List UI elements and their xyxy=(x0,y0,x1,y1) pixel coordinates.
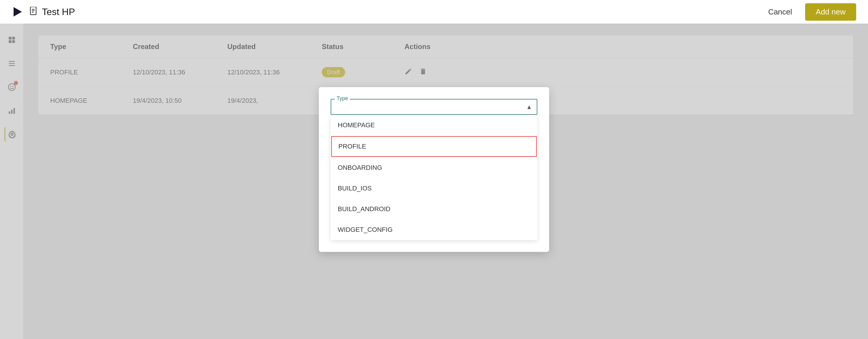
document-icon xyxy=(30,7,38,17)
type-select-input[interactable] xyxy=(336,103,532,111)
add-new-button[interactable]: Add new xyxy=(805,3,856,21)
type-field-label: Type xyxy=(335,95,350,101)
play-icon[interactable] xyxy=(12,6,24,18)
svg-rect-4 xyxy=(32,12,34,12)
header-right: Cancel Add new xyxy=(762,3,856,21)
page-title: Test HP xyxy=(42,6,75,18)
add-new-modal: Type ▲ HOMEPAGE PROFILE ONBOARDING BUILD… xyxy=(319,87,549,252)
svg-marker-0 xyxy=(13,7,22,17)
svg-rect-2 xyxy=(32,9,35,9)
type-dropdown-list: HOMEPAGE PROFILE ONBOARDING BUILD_IOS BU… xyxy=(331,115,537,240)
dropdown-option-profile[interactable]: PROFILE xyxy=(331,136,537,157)
chevron-up-icon: ▲ xyxy=(526,104,532,111)
dropdown-option-build-ios[interactable]: BUILD_IOS xyxy=(331,178,537,199)
header-left: Test HP xyxy=(12,6,762,18)
dropdown-option-homepage[interactable]: HOMEPAGE xyxy=(331,115,537,135)
dropdown-option-onboarding[interactable]: ONBOARDING xyxy=(331,157,537,178)
cancel-button[interactable]: Cancel xyxy=(762,4,798,20)
dropdown-option-build-android[interactable]: BUILD_ANDROID xyxy=(331,199,537,219)
top-header: Test HP Cancel Add new xyxy=(0,0,868,24)
page-icon-wrapper: Test HP xyxy=(30,6,75,18)
dropdown-option-widget-config[interactable]: WIDGET_CONFIG xyxy=(331,219,537,240)
type-select-wrapper[interactable]: Type ▲ xyxy=(331,99,537,115)
svg-rect-3 xyxy=(32,10,35,11)
